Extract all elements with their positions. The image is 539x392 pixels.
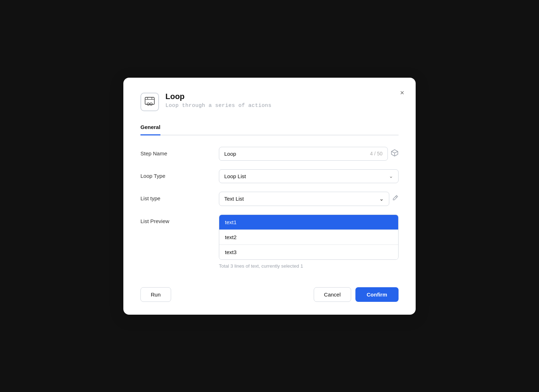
svg-line-10: [396, 196, 397, 197]
svg-point-2: [150, 103, 153, 105]
modal-overlay: × Loop Loop through a series of actions: [0, 0, 539, 392]
modal-subtitle: Loop through a series of actions: [165, 103, 272, 109]
list-type-row: List type Text List ⌄: [140, 192, 399, 206]
loop-type-label: Loop Type: [140, 169, 212, 179]
list-type-field: Text List ⌄: [219, 192, 399, 206]
list-preview-row: List Preview text1 text2 text3 Total 3 l…: [140, 215, 399, 269]
list-item[interactable]: text1: [219, 215, 398, 230]
chevron-down-icon: ⌄: [389, 173, 393, 179]
list-preview-container: text1 text2 text3: [219, 215, 399, 260]
step-name-field: Loop 4 / 50: [219, 147, 399, 161]
modal-title-block: Loop Loop through a series of actions: [165, 92, 272, 109]
modal-dialog: × Loop Loop through a series of actions: [123, 78, 416, 315]
step-name-row: Step Name Loop 4 / 50: [140, 147, 399, 161]
list-type-select[interactable]: Text List ⌄: [219, 192, 389, 206]
cube-icon[interactable]: [391, 149, 399, 159]
confirm-button[interactable]: Confirm: [355, 287, 399, 302]
list-type-value: Text List: [224, 196, 244, 202]
step-name-input-group: Loop 4 / 50: [219, 147, 399, 161]
close-button[interactable]: ×: [399, 88, 406, 98]
step-name-count: 4 / 50: [370, 151, 383, 156]
list-type-input-group: Text List ⌄: [219, 192, 399, 206]
svg-line-9: [395, 151, 398, 153]
loop-type-field: Loop List ⌄: [219, 169, 399, 183]
chevron-down-icon-2: ⌄: [379, 196, 384, 202]
loop-type-select[interactable]: Loop List ⌄: [219, 169, 399, 183]
list-item[interactable]: text2: [219, 230, 398, 245]
list-summary: Total 3 lines of text, currently selecte…: [219, 263, 399, 269]
step-name-input[interactable]: Loop 4 / 50: [219, 147, 388, 161]
list-preview-field: text1 text2 text3 Total 3 lines of text,…: [219, 215, 399, 269]
loop-type-value: Loop List: [224, 173, 246, 179]
run-button[interactable]: Run: [140, 287, 171, 302]
svg-rect-0: [145, 97, 154, 104]
footer-right-buttons: Cancel Confirm: [314, 287, 399, 302]
svg-point-1: [147, 103, 150, 105]
list-type-label: List type: [140, 192, 212, 201]
list-item[interactable]: text3: [219, 245, 398, 259]
list-preview-label: List Preview: [140, 215, 212, 224]
cancel-button[interactable]: Cancel: [314, 287, 351, 302]
modal-title: Loop: [165, 92, 272, 101]
loop-type-row: Loop Type Loop List ⌄: [140, 169, 399, 183]
svg-line-8: [391, 151, 395, 153]
tab-general[interactable]: General: [140, 121, 160, 135]
tabs-bar: General: [140, 121, 399, 135]
edit-icon[interactable]: [392, 195, 399, 203]
step-name-label: Step Name: [140, 147, 212, 156]
modal-footer: Run Cancel Confirm: [140, 282, 399, 302]
loop-icon: [140, 93, 159, 111]
modal-header: Loop Loop through a series of actions: [140, 92, 399, 111]
step-name-value: Loop: [224, 151, 236, 157]
